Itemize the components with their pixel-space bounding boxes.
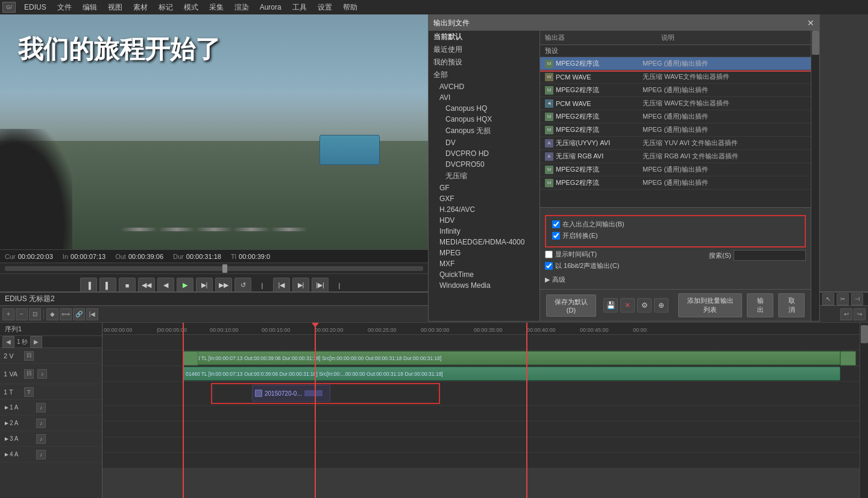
timecode-checkbox[interactable] <box>545 251 553 258</box>
tree-mpeg[interactable]: MPEG <box>429 247 539 258</box>
timecode-checkbox-label[interactable]: 显示时间码(T) <box>545 250 597 259</box>
tree-uncompressed[interactable]: 无压缩 <box>429 170 539 182</box>
undo-btn[interactable]: ↩ <box>840 308 852 320</box>
link-btn[interactable]: 🔗 <box>73 308 85 320</box>
snap-btn[interactable]: |◀ <box>86 308 98 320</box>
tree-hdv[interactable]: HDV <box>429 215 539 226</box>
zoom-in-btn[interactable]: + <box>2 308 14 320</box>
format-entry-1[interactable]: W PCM WAVE 无压缩 WAVE文件输出器插件 <box>540 70 811 84</box>
dialog-scrollbar[interactable] <box>811 31 819 321</box>
tree-h264[interactable]: H.264/AVC <box>429 204 539 215</box>
menu-edius[interactable]: EDIUS <box>19 2 51 13</box>
track-2a-mute[interactable]: ♪ <box>36 419 46 428</box>
format-entry-7[interactable]: A 无压缩 RGB AVI 无压缩 RGB AVI 文件输出器插件 <box>540 150 811 163</box>
menu-help[interactable]: 帮助 <box>338 1 362 14</box>
tree-canopus-lossless[interactable]: Canopus 无损 <box>429 125 539 137</box>
tree-avi[interactable]: AVI <box>429 92 539 103</box>
format-entry-5[interactable]: M MPEG2程序流 MPEG (通用)输出插件 <box>540 123 811 137</box>
menu-tools[interactable]: 工具 <box>288 1 312 14</box>
scrubber-bar[interactable] <box>0 263 428 273</box>
stop-btn[interactable]: ■ <box>119 278 136 293</box>
tree-canopus-hq[interactable]: Canopus HQ <box>429 103 539 114</box>
inout-checkbox[interactable] <box>552 220 560 228</box>
tree-mxf[interactable]: MXF <box>429 258 539 269</box>
copy-icon-btn[interactable]: ⊕ <box>654 298 668 313</box>
menu-mark[interactable]: 标记 <box>154 1 178 14</box>
clip-1va-audio[interactable]: 01460 TL [In:00:00:07:13 Out:00:0:39:06 … <box>183 367 840 381</box>
convert-checkbox-label[interactable]: 开启转换(E) <box>552 231 598 240</box>
loop-btn[interactable]: ↺ <box>234 278 251 293</box>
prev-btn[interactable]: ◀ <box>157 278 174 293</box>
tree-mediaedge[interactable]: MEDIAEDGE/HDMA-4000 <box>429 237 539 247</box>
track-1a-mute[interactable]: ♪ <box>36 403 46 412</box>
menu-capture[interactable]: 采集 <box>204 1 228 14</box>
format-entry-0[interactable]: M MPEG2程序流 MPEG (通用)输出插件 <box>540 57 811 70</box>
tree-dvcpro50[interactable]: DVCPRO50 <box>429 159 539 170</box>
tree-dvcpro-hd[interactable]: DVCPRO HD <box>429 148 539 159</box>
next-fast-btn[interactable]: ▶▶ <box>215 278 232 293</box>
settings-icon-btn[interactable]: ⚙ <box>637 298 652 313</box>
format-entry-6[interactable]: A 无压缩(UYVY) AVI 无压缩 YUV AVI 文件输出器插件 <box>540 137 811 150</box>
clip-title[interactable]: 20150720-0... <box>252 385 330 402</box>
tree-gf[interactable]: GF <box>429 182 539 193</box>
next-in-label[interactable]: ▶ <box>30 336 42 348</box>
format-entry-2[interactable]: M MPEG2程序流 MPEG (通用)输出插件 <box>540 84 811 97</box>
menu-view[interactable]: 视图 <box>103 1 127 14</box>
track-3a-mute[interactable]: ♪ <box>36 434 46 444</box>
close-icon-btn[interactable]: ✕ <box>620 298 635 313</box>
menu-render[interactable]: 渲染 <box>230 1 254 14</box>
add-batch-btn[interactable]: 添加到批量输出列表 <box>678 293 742 317</box>
tree-infinity[interactable]: Infinity <box>429 226 539 237</box>
marker-in-btn[interactable]: ▐ <box>80 278 97 293</box>
play-btn[interactable]: ▶ <box>177 278 193 293</box>
menu-mode[interactable]: 模式 <box>179 1 203 14</box>
inout-checkbox-label[interactable]: 在入出点之间输出(B) <box>552 220 624 229</box>
tree-my-presets[interactable]: 我的预设 <box>429 56 539 69</box>
zoom-out-btn[interactable]: − <box>16 308 28 320</box>
next-btn[interactable]: ▶| <box>196 278 213 293</box>
format-entry-9[interactable]: M MPEG2程序流 MPEG (通用)输出插件 <box>540 176 811 190</box>
format-entry-3[interactable]: ◄ PCM WAVE 无压缩 WAVE文件输出器插件 <box>540 97 811 110</box>
format-entry-4[interactable]: M MPEG2程序流 MPEG (通用)输出插件 <box>540 110 811 123</box>
tree-canopus-hqx[interactable]: Canopus HQX <box>429 114 539 125</box>
tree-windows-media[interactable]: Windows Media <box>429 280 539 291</box>
track-1va-audio[interactable]: ♪ <box>37 369 47 379</box>
advanced-row[interactable]: ▶ 高级 <box>545 275 806 284</box>
trim-tool-btn[interactable]: ⊣ <box>851 293 863 305</box>
track-2v-lock[interactable]: 日 <box>24 351 34 361</box>
menu-file[interactable]: 文件 <box>52 1 77 14</box>
search-input[interactable] <box>734 250 806 261</box>
track-1t-lock[interactable]: T <box>24 387 34 397</box>
marker-out-btn[interactable]: ▌ <box>99 278 116 293</box>
convert-checkbox[interactable] <box>552 232 560 240</box>
menu-edit[interactable]: 编辑 <box>78 1 102 14</box>
tree-dv[interactable]: DV <box>429 137 539 148</box>
mark-clip-btn[interactable]: |▶| <box>312 278 329 293</box>
format-entry-8[interactable]: M MPEG2程序流 MPEG (通用)输出插件 <box>540 163 811 176</box>
tree-current-default[interactable]: 当前默认 <box>429 31 539 43</box>
menu-aurora[interactable]: Aurora <box>255 2 286 13</box>
timeline-scrollbar-v[interactable] <box>860 323 868 498</box>
prev-fast-btn[interactable]: ◀◀ <box>138 278 155 293</box>
tree-recent[interactable]: 最近使用 <box>429 43 539 56</box>
tree-quicktime[interactable]: QuickTime <box>429 269 539 280</box>
fit-btn[interactable]: ⊡ <box>29 308 41 320</box>
menu-settings[interactable]: 设置 <box>313 1 337 14</box>
save-icon-btn[interactable]: 💾 <box>603 298 618 313</box>
mark-out-btn[interactable]: ▶| <box>292 278 309 293</box>
menu-media[interactable]: 素材 <box>128 1 153 14</box>
select-tool-btn[interactable]: ↖ <box>822 293 834 305</box>
cancel-btn[interactable]: 取消 <box>778 293 805 317</box>
tree-all[interactable]: 全部 <box>429 69 539 81</box>
track-4a-mute[interactable]: ♪ <box>36 450 46 459</box>
save-default-btn[interactable]: 保存为默认(D) <box>546 294 596 317</box>
output-btn[interactable]: 输出 <box>747 293 773 317</box>
prev-in-label[interactable]: ◀ <box>2 336 14 348</box>
timeline-tracks-area[interactable]: 00:00:00:00 |00:00:05:00 00:00:10:00 00:… <box>102 323 860 498</box>
track-1va-lock[interactable]: 日 <box>24 369 34 379</box>
cut-tool-btn[interactable]: ✂ <box>837 293 849 305</box>
tree-avchd[interactable]: AVCHD <box>429 81 539 92</box>
ripple-btn[interactable]: ⟺ <box>60 308 72 320</box>
clip-1va-video[interactable]: 01460 TL [In:00:00:07:13 Out:00:00:39:06… <box>183 351 840 365</box>
bitdepth-checkbox-label[interactable]: 以 16bit/2声道输出(C) <box>545 261 619 270</box>
